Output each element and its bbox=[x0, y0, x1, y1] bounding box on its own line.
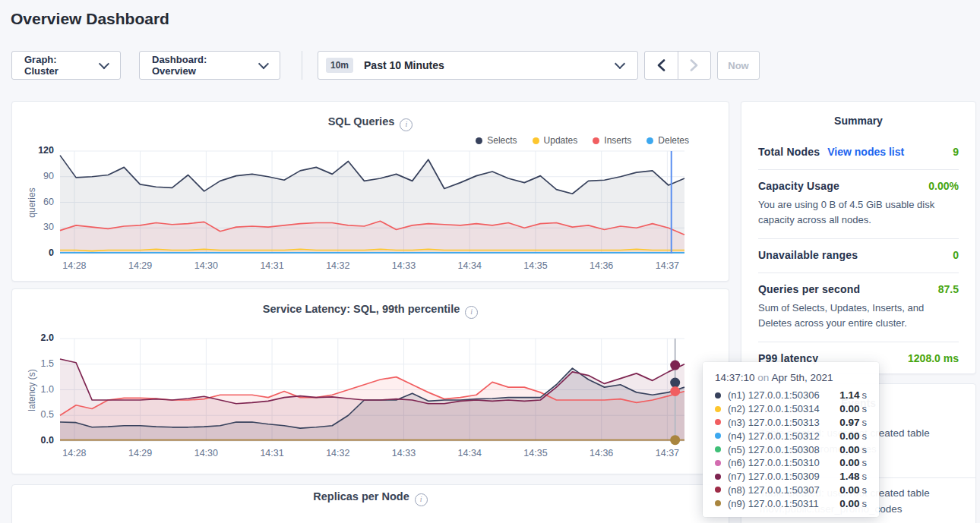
qps-label: Queries per second bbox=[758, 283, 860, 295]
time-step-buttons bbox=[644, 51, 711, 80]
node-color-dot bbox=[715, 474, 721, 480]
chevron-left-icon bbox=[657, 59, 665, 71]
service-latency-chart-panel: Service Latency: SQL, 99th percentilei0.… bbox=[11, 288, 729, 474]
y-axis-tick: 2.0 bbox=[21, 332, 54, 343]
sql-queries-chart-panel: SQL QueriesiSelectsUpdatesInsertsDeletes… bbox=[11, 101, 729, 282]
next-interval-button[interactable] bbox=[678, 52, 711, 79]
y-axis-tick: 120 bbox=[21, 145, 54, 156]
tooltip-node-row: (n9) 127.0.0.1:503110.00s bbox=[715, 496, 867, 510]
qps-value: 87.5 bbox=[938, 283, 959, 295]
y-axis-tick: 30 bbox=[21, 222, 54, 232]
tooltip-node-unit: s bbox=[862, 417, 868, 428]
x-axis-tick: 14:29 bbox=[121, 448, 160, 458]
tooltip-node-unit: s bbox=[862, 430, 868, 442]
unavailable-ranges-label: Unavailable ranges bbox=[758, 249, 858, 261]
y-axis-tick: 60 bbox=[21, 197, 54, 207]
x-axis-tick: 14:30 bbox=[186, 260, 226, 271]
tooltip-node-value: 1.48 bbox=[839, 471, 859, 482]
previous-interval-button[interactable] bbox=[645, 52, 678, 79]
graph-dropdown[interactable]: Graph: Cluster bbox=[11, 51, 121, 80]
y-axis-tick: 0 bbox=[21, 247, 54, 258]
qps-description: Sum of Selects, Updates, Inserts, and De… bbox=[758, 301, 959, 330]
tooltip-node-value: 0.00 bbox=[839, 403, 859, 414]
summary-title: Summary bbox=[758, 102, 959, 136]
x-axis-tick: 14:34 bbox=[450, 260, 489, 271]
tooltip-node-row: (n3) 127.0.0.1:503130.97s bbox=[715, 416, 867, 430]
tooltip-node-value: 0.97 bbox=[839, 417, 859, 428]
y-axis-tick: 1.5 bbox=[21, 358, 54, 369]
x-axis-tick: 14:28 bbox=[55, 448, 94, 458]
x-axis-tick: 14:35 bbox=[516, 260, 555, 271]
node-color-dot bbox=[715, 406, 721, 412]
x-axis-tick: 14:32 bbox=[318, 260, 358, 271]
hover-point-dot bbox=[670, 378, 680, 388]
divider bbox=[302, 51, 302, 80]
chevron-right-icon bbox=[690, 59, 698, 71]
tooltip-node-row: (n5) 127.0.0.1:503080.00s bbox=[715, 443, 867, 456]
tooltip-connector: on bbox=[757, 372, 769, 383]
tooltip-node-unit: s bbox=[862, 403, 868, 414]
tooltip-node-label: (n7) 127.0.0.1:50309 bbox=[728, 471, 839, 482]
x-axis-tick: 14:30 bbox=[186, 448, 226, 458]
node-color-dot bbox=[715, 500, 721, 506]
tooltip-node-label: (n8) 127.0.0.1:50307 bbox=[728, 484, 839, 496]
tooltip-node-value: 1.14 bbox=[839, 389, 859, 401]
chart-title-text: Replicas per Node bbox=[313, 490, 409, 503]
info-icon[interactable]: i bbox=[415, 493, 428, 506]
now-button[interactable]: Now bbox=[717, 51, 760, 80]
x-axis-tick: 14:37 bbox=[647, 448, 687, 458]
dashboard-dropdown-label: Dashboard: Overview bbox=[152, 54, 251, 77]
y-axis-tick: 0.0 bbox=[21, 435, 54, 446]
hover-point-dot bbox=[670, 435, 680, 445]
capacity-usage-label: Capacity Usage bbox=[758, 180, 839, 192]
tooltip-time: 14:37:10 bbox=[715, 372, 755, 383]
y-axis-tick: 90 bbox=[21, 171, 54, 181]
total-nodes-label: Total Nodes bbox=[758, 146, 820, 158]
capacity-usage-description: You are using 0 B of 4.5 GiB usable disk… bbox=[758, 197, 959, 227]
time-range-dropdown[interactable]: 10m Past 10 Minutes bbox=[318, 51, 638, 80]
unavailable-ranges-value: 0 bbox=[953, 249, 959, 261]
p99-latency-value: 1208.0 ms bbox=[908, 352, 959, 364]
tooltip-node-value: 0.00 bbox=[839, 484, 859, 496]
x-axis-tick: 14:33 bbox=[384, 260, 424, 271]
chevron-down-icon bbox=[99, 58, 109, 69]
summary-row-unavailable-ranges: Unavailable ranges 0 bbox=[758, 239, 959, 273]
time-range-label: Past 10 Minutes bbox=[364, 59, 444, 71]
tooltip-node-value: 0.00 bbox=[839, 444, 859, 455]
tooltip-node-value: 0.00 bbox=[839, 457, 859, 468]
x-axis-tick: 14:36 bbox=[582, 260, 621, 271]
y-axis-tick: 1.0 bbox=[21, 384, 54, 395]
sql-queries-plot[interactable] bbox=[12, 102, 729, 281]
node-color-dot bbox=[715, 487, 721, 493]
latency-hover-tooltip: 14:37:10 on Apr 5th, 2021 (n1) 127.0.0.1… bbox=[703, 362, 879, 517]
node-color-dot bbox=[715, 419, 721, 425]
time-range-badge: 10m bbox=[326, 58, 353, 73]
tooltip-node-row: (n7) 127.0.0.1:503091.48s bbox=[715, 470, 867, 484]
tooltip-node-row: (n8) 127.0.0.1:503070.00s bbox=[715, 484, 867, 497]
node-color-dot bbox=[715, 460, 721, 466]
chevron-down-icon bbox=[615, 58, 625, 69]
summary-row-qps: Queries per second 87.5 Sum of Selects, … bbox=[758, 273, 959, 342]
tooltip-node-row: (n6) 127.0.0.1:503100.00s bbox=[715, 456, 867, 470]
tooltip-node-label: (n6) 127.0.0.1:50310 bbox=[728, 457, 839, 468]
node-color-dot bbox=[715, 433, 721, 439]
graph-dropdown-label: Graph: Cluster bbox=[24, 54, 91, 77]
x-axis-tick: 14:31 bbox=[252, 448, 292, 458]
x-axis-tick: 14:33 bbox=[384, 448, 424, 458]
x-axis-tick: 14:34 bbox=[450, 448, 489, 458]
tooltip-node-unit: s bbox=[862, 471, 868, 482]
dashboard-dropdown[interactable]: Dashboard: Overview bbox=[139, 51, 280, 80]
tooltip-node-unit: s bbox=[862, 389, 868, 401]
y-axis-tick: 0.5 bbox=[21, 409, 54, 420]
tooltip-node-label: (n9) 127.0.0.1:50311 bbox=[728, 498, 839, 509]
tooltip-timestamp: 14:37:10 on Apr 5th, 2021 bbox=[715, 372, 867, 383]
summary-row-capacity: Capacity Usage 0.00% You are using 0 B o… bbox=[758, 170, 959, 239]
service-latency-sql-99th-percentile-plot[interactable] bbox=[12, 289, 729, 474]
x-axis-tick: 14:37 bbox=[647, 260, 687, 271]
tooltip-node-row: (n2) 127.0.0.1:503140.00s bbox=[715, 402, 867, 416]
tooltip-node-row: (n1) 127.0.0.1:503061.14s bbox=[715, 389, 867, 402]
replicas-per-node-chart-panel: Replicas per Nodei bbox=[11, 484, 729, 523]
tooltip-node-row: (n4) 127.0.0.1:503120.00s bbox=[715, 429, 867, 443]
chevron-down-icon bbox=[258, 58, 269, 69]
view-nodes-list-link[interactable]: View nodes list bbox=[827, 146, 904, 158]
